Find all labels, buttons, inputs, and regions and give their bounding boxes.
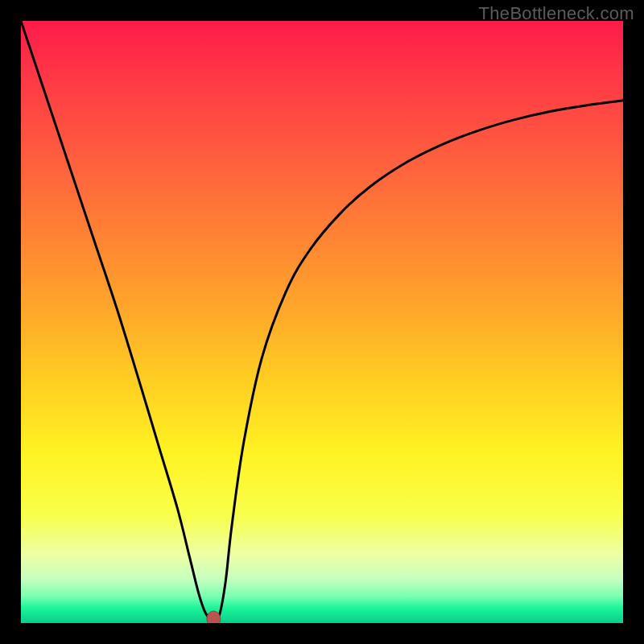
watermark-text: TheBottleneck.com <box>479 3 634 24</box>
gradient-background <box>21 21 623 623</box>
chart-frame: TheBottleneck.com <box>0 0 644 644</box>
plot-area <box>21 21 623 623</box>
optimum-marker <box>207 611 221 623</box>
bottleneck-curve-chart <box>21 21 623 623</box>
